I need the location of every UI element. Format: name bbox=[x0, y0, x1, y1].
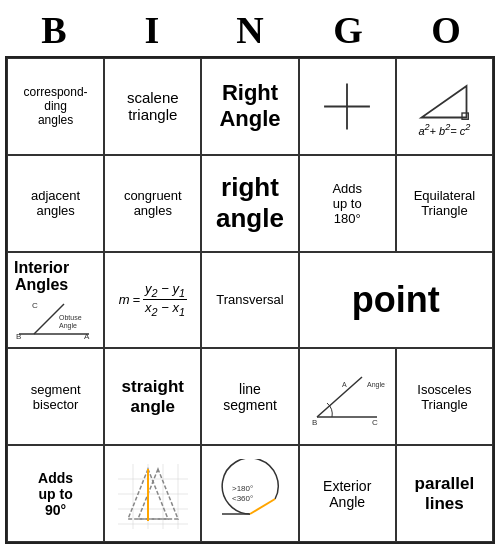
cell-n3: Transversal bbox=[201, 252, 298, 349]
cell-b5-text: Addsup to90° bbox=[38, 470, 73, 518]
cell-o1-formula: a2+ b2= c2 bbox=[418, 122, 470, 137]
cell-b3-text: InteriorAngles bbox=[14, 259, 69, 294]
cell-i2: congruentangles bbox=[104, 155, 201, 252]
cell-i1-text: scalenetriangle bbox=[127, 89, 179, 123]
svg-text:>180°: >180° bbox=[232, 484, 253, 493]
svg-text:<360°: <360° bbox=[232, 494, 253, 503]
svg-line-29 bbox=[250, 499, 275, 514]
slope-formula: m = y2 − y1 x2 − x1 bbox=[119, 281, 187, 319]
cell-i2-text: congruentangles bbox=[124, 188, 182, 218]
cell-o2-text: EquilateralTriangle bbox=[414, 188, 475, 218]
cell-g5: ExteriorAngle bbox=[299, 445, 396, 542]
cell-o5-text: parallellines bbox=[415, 474, 475, 514]
cell-g3: point bbox=[299, 252, 493, 349]
cell-g1 bbox=[299, 58, 396, 155]
bingo-header: B I N G O bbox=[5, 0, 495, 56]
svg-text:B: B bbox=[312, 418, 317, 427]
cell-o2: EquilateralTriangle bbox=[396, 155, 493, 252]
header-i: I bbox=[107, 8, 197, 52]
svg-text:Angle from 90°: Angle from 90° bbox=[367, 381, 387, 389]
cell-g4: A Angle from 90° B C bbox=[299, 348, 396, 445]
cell-n5: >180° <360° bbox=[201, 445, 298, 542]
cell-n1: RightAngle bbox=[201, 58, 298, 155]
right-triangle-icon bbox=[409, 77, 479, 122]
cell-i5 bbox=[104, 445, 201, 542]
cell-o1: a2+ b2= c2 bbox=[396, 58, 493, 155]
cell-n1-text: RightAngle bbox=[219, 80, 280, 132]
bingo-grid: correspond-dingangles scalenetriangle Ri… bbox=[5, 56, 495, 544]
cell-g5-text: ExteriorAngle bbox=[323, 478, 371, 510]
cell-g2-text: Addsup to180° bbox=[332, 181, 362, 226]
cross-icon bbox=[312, 79, 382, 134]
cell-n3-text: Transversal bbox=[216, 292, 283, 307]
cell-n2: rightangle bbox=[201, 155, 298, 252]
svg-text:A: A bbox=[84, 332, 90, 341]
svg-marker-2 bbox=[422, 86, 467, 118]
cell-b1-text: correspond-dingangles bbox=[24, 85, 88, 127]
cell-i4-text: straightangle bbox=[122, 377, 184, 417]
cell-b2: adjacentangles bbox=[7, 155, 104, 252]
svg-text:B: B bbox=[16, 332, 21, 341]
m-label: m bbox=[119, 292, 130, 307]
header-g: G bbox=[303, 8, 393, 52]
cell-i3: m = y2 − y1 x2 − x1 bbox=[104, 252, 201, 349]
cell-n4: linesegment bbox=[201, 348, 298, 445]
cell-b5: Addsup to90° bbox=[7, 445, 104, 542]
cell-b2-text: adjacentangles bbox=[31, 188, 80, 218]
cell-i1: scalenetriangle bbox=[104, 58, 201, 155]
cell-b1: correspond-dingangles bbox=[7, 58, 104, 155]
cell-b4: segmentbisector bbox=[7, 348, 104, 445]
cell-g2: Addsup to180° bbox=[299, 155, 396, 252]
cell-n2-text: rightangle bbox=[216, 172, 284, 234]
svg-line-12 bbox=[317, 377, 362, 417]
header-b: B bbox=[9, 8, 99, 52]
cell-b4-text: segmentbisector bbox=[31, 382, 81, 412]
svg-text:Angle: Angle bbox=[59, 322, 77, 330]
cell-g3-text: point bbox=[352, 279, 440, 321]
cell-b3: InteriorAngles Obtuse Angle B A C bbox=[7, 252, 104, 349]
cell-o4: IsoscelesTriangle bbox=[396, 348, 493, 445]
cell-o5: parallellines bbox=[396, 445, 493, 542]
cell-i4: straightangle bbox=[104, 348, 201, 445]
obtuse-angle-icon: Obtuse Angle B A C bbox=[14, 296, 94, 341]
bisector-diagram-icon bbox=[113, 459, 193, 529]
svg-text:Obtuse: Obtuse bbox=[59, 314, 82, 321]
header-n: N bbox=[205, 8, 295, 52]
angle-diagram-icon: A Angle from 90° B C bbox=[307, 367, 387, 427]
svg-text:A: A bbox=[342, 381, 347, 388]
cell-n4-text: linesegment bbox=[223, 381, 277, 413]
reflex-angle-icon: >180° <360° bbox=[210, 459, 290, 529]
svg-text:C: C bbox=[372, 418, 378, 427]
header-o: O bbox=[401, 8, 491, 52]
cell-o4-text: IsoscelesTriangle bbox=[417, 382, 471, 412]
svg-text:C: C bbox=[32, 301, 38, 310]
